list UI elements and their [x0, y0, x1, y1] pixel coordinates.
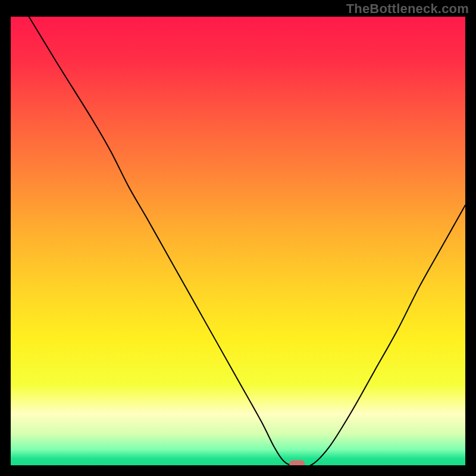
chart-frame: TheBottleneck.com — [0, 0, 476, 476]
gradient-background — [11, 17, 465, 465]
watermark-text: TheBottleneck.com — [346, 1, 469, 17]
gradient-plot — [11, 17, 465, 465]
optimal-marker — [289, 461, 305, 466]
plot-area — [11, 17, 465, 465]
